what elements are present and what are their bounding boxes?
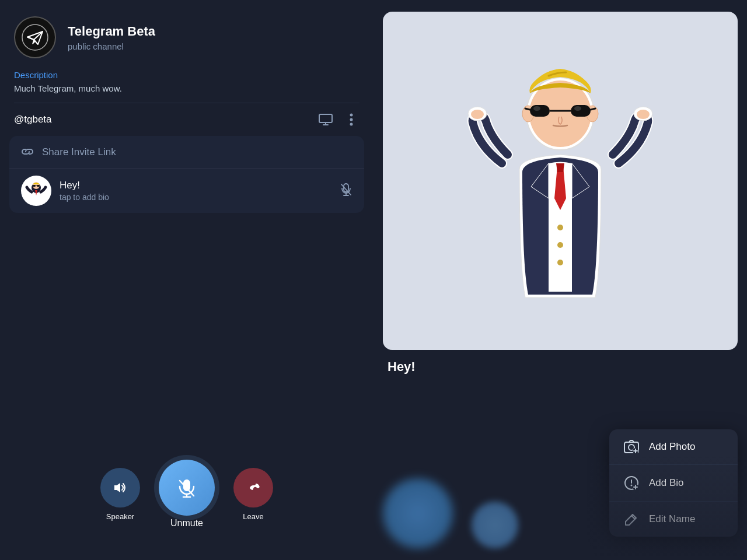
svg-line-32 [525, 108, 530, 110]
unmute-label: Unmute [170, 518, 203, 528]
username-row: @tgbeta [0, 103, 374, 136]
svg-point-4 [350, 123, 353, 126]
link-icon [21, 145, 34, 159]
description-text: Much Telegram, much wow. [14, 83, 359, 93]
blob-2 [472, 502, 518, 548]
controls-row: Speaker Unmute [100, 460, 273, 528]
svg-point-21 [557, 225, 563, 230]
profile-name-row: Hey! [374, 350, 747, 379]
speaker-button[interactable] [100, 468, 140, 508]
share-invite-row[interactable]: Share Invite Link [9, 136, 364, 169]
username-icons [317, 111, 359, 128]
more-options-icon[interactable] [343, 111, 359, 128]
channel-type: public channel [68, 41, 155, 51]
members-card: Share Invite Link [9, 136, 364, 213]
svg-point-18 [471, 110, 484, 119]
add-photo-icon [623, 440, 640, 454]
left-panel: Telegram Beta public channel Description… [0, 0, 374, 560]
svg-rect-9 [37, 185, 40, 187]
svg-point-3 [350, 118, 353, 121]
username-text: @tgbeta [14, 114, 52, 125]
svg-rect-8 [33, 185, 36, 187]
svg-rect-1 [319, 114, 332, 123]
svg-point-34 [533, 106, 540, 111]
share-invite-label: Share Invite Link [42, 146, 116, 158]
add-photo-label: Add Photo [649, 441, 695, 453]
channel-avatar[interactable] [14, 16, 56, 58]
channel-header: Telegram Beta public channel [0, 0, 374, 70]
speaker-label: Speaker [106, 512, 134, 521]
description-label: Description [14, 70, 359, 80]
call-controls: Speaker Unmute [0, 408, 374, 560]
blurred-bottom [374, 455, 747, 560]
sticker-card [383, 12, 738, 350]
svg-point-35 [574, 106, 581, 111]
svg-point-22 [557, 242, 563, 248]
mute-icon[interactable] [340, 183, 352, 200]
right-panel: Hey! Add Photo [374, 0, 747, 560]
svg-point-0 [22, 24, 48, 50]
svg-point-2 [350, 114, 353, 117]
member-bio: tap to add bio [60, 192, 331, 202]
description-section: Description Much Telegram, much wow. [0, 70, 374, 103]
member-avatar [21, 176, 51, 206]
svg-line-33 [591, 108, 595, 110]
mute-wrapper: Unmute [159, 460, 215, 528]
blob-1 [383, 478, 453, 548]
member-name: Hey! [60, 180, 331, 191]
mute-button[interactable] [159, 460, 215, 516]
leave-label: Leave [243, 512, 263, 521]
svg-rect-30 [530, 105, 550, 117]
screen-share-icon[interactable] [317, 111, 334, 128]
profile-name: Hey! [388, 359, 416, 374]
channel-name: Telegram Beta [68, 24, 155, 39]
svg-point-20 [637, 110, 650, 119]
svg-point-23 [557, 260, 563, 265]
leave-wrapper: Leave [233, 468, 273, 521]
member-info: Hey! tap to add bio [60, 180, 331, 202]
speaker-wrapper: Speaker [100, 468, 140, 521]
sticker-figure [467, 47, 654, 315]
leave-button[interactable] [233, 468, 273, 508]
svg-rect-31 [571, 105, 591, 117]
member-row[interactable]: Hey! tap to add bio [9, 169, 364, 213]
channel-info: Telegram Beta public channel [68, 24, 155, 51]
